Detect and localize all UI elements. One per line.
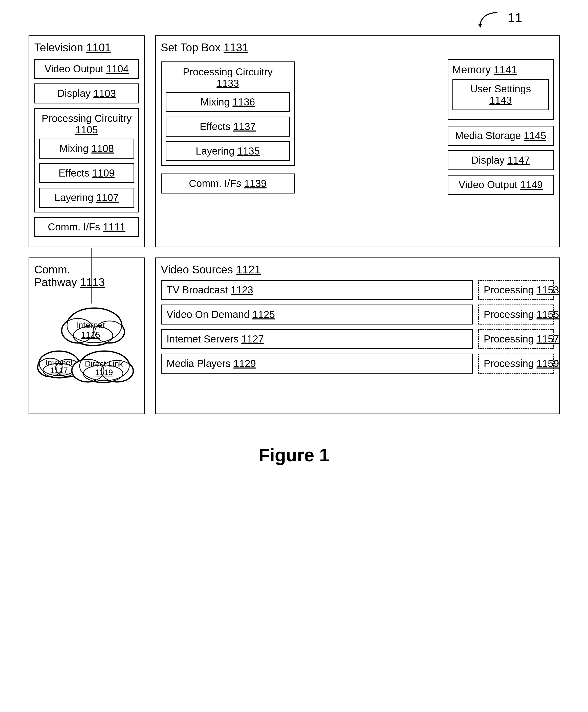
direct-link-cloud: Direct Link 1119 [71,351,133,383]
tv-broadcast-row: TV Broadcast 1123 Processing 1153 [161,280,554,300]
set-top-box: Set Top Box 1131 Processing Circuitry 11… [155,36,560,247]
clouds-svg: Internet 1115 [36,293,137,386]
vod-processing: Processing 1155 [478,305,554,324]
main-ref-number: 11 [508,10,522,25]
cloud-container: Internet 1115 [36,293,137,389]
stb-display-box: Display 1147 [448,150,554,170]
arrow-icon [475,10,505,30]
stb-right-column: Memory 1141 User Settings 1143 Media Sto… [448,59,554,199]
internet-servers-processing: Processing 1157 [478,329,554,349]
stb-effects-box: Effects 1137 [166,117,290,137]
main-ref-area: 11 [475,10,522,30]
tv-comm-ifs-box: Comm. I/Fs 1111 [35,217,139,237]
stb-inner-layout: Processing Circuitry 1133 Mixing 1136 Ef… [161,59,554,199]
tv-broadcast-label: TV Broadcast 1123 [161,280,473,300]
internet-cloud: Internet 1115 [61,308,125,346]
video-sources-box: Video Sources 1121 TV Broadcast 1123 Pro… [155,257,560,414]
stb-video-output-box: Video Output 1149 [448,175,554,195]
television-box: Television 1101 Video Output 1104 Displa… [28,36,145,247]
tv-layering-box: Layering 1107 [39,188,134,208]
media-players-label: Media Players 1129 [161,354,473,374]
tv-mixing-box: Mixing 1108 [39,139,134,159]
comm-pathway-box: Comm. Pathway 1113 [28,257,145,414]
tv-video-output-box: Video Output 1104 [35,59,139,79]
media-players-row: Media Players 1129 Processing 1159 [161,354,554,374]
memory-box: Memory 1141 User Settings 1143 [448,59,554,120]
direct-link-ref: 1119 [95,368,113,377]
stb-layering-box: Layering 1135 [166,141,290,161]
video-sources-title: Video Sources 1121 [161,263,554,276]
top-section: Television 1101 Video Output 1104 Displa… [28,36,560,247]
stb-processing-circuitry-box: Processing Circuitry 1133 Mixing 1136 Ef… [161,61,295,166]
internet-servers-row: Internet Servers 1127 Processing 1157 [161,329,554,349]
bottom-section: Comm. Pathway 1113 [28,257,560,414]
comm-pathway-title: Comm. Pathway 1113 [35,263,139,289]
media-players-processing: Processing 1159 [478,354,554,374]
stb-title: Set Top Box 1131 [161,41,554,54]
media-storage-box: Media Storage 1145 [448,126,554,146]
vod-row: Video On Demand 1125 Processing 1155 [161,305,554,324]
tv-effects-box: Effects 1109 [39,163,134,183]
stb-pc-title: Processing Circuitry 1133 [166,66,290,89]
memory-title: Memory 1141 [453,64,549,76]
tv-broadcast-processing: Processing 1153 [478,280,554,300]
figure-caption: Figure 1 [258,445,329,465]
internet-label: Internet [76,320,105,330]
user-settings-box: User Settings 1143 [453,79,549,110]
tv-processing-circuitry-box: Processing Circuitry 1105 Mixing 1108 Ef… [35,108,139,212]
television-title: Television 1101 [35,41,139,54]
internet-servers-label: Internet Servers 1127 [161,329,473,349]
stb-mixing-box: Mixing 1136 [166,92,290,112]
tv-display-box: Display 1103 [35,83,139,103]
svg-marker-0 [478,24,482,28]
tv-pc-title: Processing Circuitry 1105 [39,113,134,135]
page-container: 11 Television 1101 Video Output 1104 Dis… [0,0,588,712]
direct-link-label1: Direct Link [85,359,123,368]
diagram-area: Television 1101 Video Output 1104 Displa… [28,36,560,414]
stb-comm-ifs-box: Comm. I/Fs 1139 [161,173,295,193]
stb-left-column: Processing Circuitry 1133 Mixing 1136 Ef… [161,59,440,199]
vod-label: Video On Demand 1125 [161,305,473,324]
internet-ref: 1115 [81,330,100,339]
intranet-ref: 1117 [50,366,68,375]
